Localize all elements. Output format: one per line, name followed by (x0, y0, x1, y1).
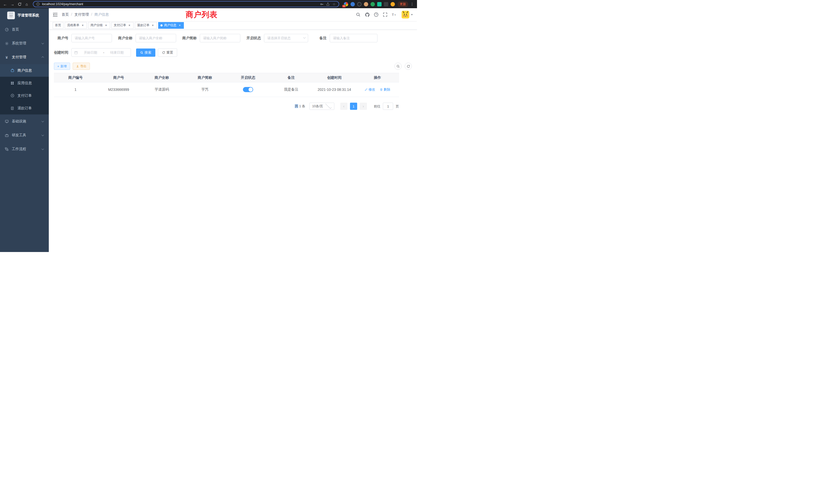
filter-create-time: 创建时间 开始日期 - 结束日期 (54, 48, 131, 57)
next-page-button[interactable]: › (360, 102, 367, 110)
extension-icon[interactable] (377, 2, 381, 6)
edit-link[interactable]: 修改 (365, 87, 375, 92)
column-header: 商户编号 (54, 73, 97, 83)
search-form-row-1: 商户号 商户全称 商户简称 开启状态 请选择开启状态 (54, 34, 412, 42)
breadcrumb-current: 商户信息 (94, 12, 109, 17)
full-name-input[interactable] (136, 34, 176, 42)
close-icon[interactable]: × (128, 24, 131, 27)
chevron-down-icon (42, 42, 44, 44)
sidebar-item-label: 支付管理 (12, 55, 26, 60)
extension-icon[interactable] (384, 2, 388, 6)
sidebar-collapse-button[interactable] (49, 8, 62, 21)
svg-text:?: ? (375, 13, 377, 16)
monitor-icon (5, 119, 9, 123)
sidebar-item-refund-order[interactable]: 退款订单 (0, 102, 49, 114)
fullscreen-icon[interactable] (382, 12, 388, 17)
merchant-no-input[interactable] (71, 34, 112, 42)
search-button[interactable]: 搜索 (136, 48, 155, 57)
sidebar-item-system[interactable]: 系统管理 (0, 37, 49, 50)
chevron-down-icon (411, 14, 413, 16)
bookmark-star-icon[interactable]: ☆ (332, 2, 336, 6)
cell-merchant-no: M233666999 (97, 83, 140, 97)
close-icon[interactable]: × (178, 24, 181, 27)
extension-icon[interactable] (371, 2, 375, 6)
column-header: 创建时间 (313, 73, 356, 83)
tab-pay-order[interactable]: 支付订单 × (111, 22, 133, 29)
sidebar-item-pay-order[interactable]: 支付订单 (0, 89, 49, 102)
tab-merchant-info[interactable]: 商户信息 × (158, 22, 184, 29)
share-icon[interactable] (326, 2, 330, 6)
page-info-icon[interactable] (36, 2, 40, 6)
browser-menu-button[interactable]: ⋮ (409, 2, 415, 6)
font-size-icon[interactable]: TT (392, 12, 397, 17)
tab-home[interactable]: 首页 (53, 22, 63, 29)
toggle-search-button[interactable] (394, 63, 401, 70)
goto-label: 前往 (374, 105, 380, 108)
column-header: 操作 (356, 73, 399, 83)
tab-label: 用户分组 (90, 23, 103, 27)
forward-button[interactable]: → (9, 1, 16, 7)
sidebar-item-infra[interactable]: 基础设施 (0, 114, 49, 128)
chevron-down-icon (326, 102, 332, 109)
close-icon[interactable]: × (151, 24, 155, 27)
remark-input[interactable] (330, 34, 377, 42)
close-icon[interactable]: × (81, 24, 85, 27)
extension-icon[interactable] (391, 2, 395, 6)
github-icon[interactable] (365, 12, 370, 17)
extension-badge: 10 (342, 5, 346, 7)
close-icon[interactable]: × (104, 24, 108, 27)
goto-page-input[interactable] (383, 102, 393, 110)
help-icon[interactable]: ? (374, 12, 379, 17)
cell-status (226, 83, 270, 97)
tab-process-form[interactable]: 流程表单 × (65, 22, 87, 29)
status-toggle[interactable] (243, 87, 253, 92)
cell-remark: 我是备注 (270, 83, 313, 97)
home-button[interactable]: ⌂ (24, 1, 30, 7)
address-bar[interactable]: localhost:1024/pay/merchant ☆ (33, 1, 339, 7)
filter-status: 开启状态 请选择开启状态 (246, 34, 308, 42)
search-form-row-2: 创建时间 开始日期 - 结束日期 搜索 重置 (54, 48, 412, 57)
url-text[interactable]: localhost:1024/pay/merchant (42, 2, 317, 6)
add-button[interactable]: + 新增 (54, 63, 70, 70)
extension-icon[interactable] (357, 2, 361, 6)
grid-icon (10, 81, 14, 85)
back-button[interactable]: ← (2, 1, 8, 7)
sidebar-item-workflow[interactable]: 工作流程 (0, 142, 49, 156)
delete-link[interactable]: 删除 (380, 87, 390, 92)
sidebar-item-devtools[interactable]: 研发工具 (0, 128, 49, 142)
export-button[interactable]: 导出 (73, 63, 90, 70)
end-date-placeholder: 结束日期 (106, 50, 128, 55)
refresh-table-button[interactable] (405, 63, 412, 70)
user-menu[interactable] (401, 11, 413, 19)
svg-text:T: T (394, 14, 396, 17)
tab-refund-order[interactable]: 退款订单 × (135, 22, 157, 29)
breadcrumb-home[interactable]: 首页 (62, 12, 74, 17)
breadcrumb-payment[interactable]: 支付管理 (74, 12, 94, 17)
extension-icon[interactable] (351, 2, 355, 6)
extension-icon[interactable] (364, 2, 368, 6)
page-size-select[interactable]: 10条/页 (309, 102, 334, 110)
create-time-range-picker[interactable]: 开始日期 - 结束日期 (71, 48, 131, 57)
status-select[interactable]: 请选择开启状态 (264, 34, 308, 42)
short-name-input[interactable] (200, 34, 240, 42)
browser-update-button[interactable]: 更新 (397, 1, 408, 7)
prev-page-button[interactable]: ‹ (340, 102, 347, 110)
password-key-icon[interactable] (320, 2, 324, 6)
button-label: 搜索 (145, 50, 151, 55)
cell-full-name: 芋道源码 (140, 83, 183, 97)
tab-user-group[interactable]: 用户分组 × (88, 22, 110, 29)
page-number-button[interactable]: 1 (350, 102, 357, 110)
sidebar-item-merchant-info[interactable]: 商户信息 (0, 64, 49, 77)
reload-button[interactable] (17, 1, 23, 7)
sidebar-item-home[interactable]: 首页 (0, 23, 49, 37)
sidebar-item-payment[interactable]: ¥ 支付管理 (0, 50, 49, 64)
workflow-icon (5, 147, 9, 151)
sidebar-item-app-info[interactable]: 应用信息 (0, 77, 49, 89)
search-icon[interactable] (356, 12, 361, 17)
extension-icon[interactable]: 10 (344, 2, 348, 6)
field-label: 商户全称 (118, 36, 136, 41)
reset-button[interactable]: 重置 (158, 48, 177, 57)
calendar-icon (74, 51, 78, 54)
page-content: 商户号 商户全称 商户简称 开启状态 请选择开启状态 (49, 30, 417, 252)
refresh-icon (162, 51, 165, 54)
